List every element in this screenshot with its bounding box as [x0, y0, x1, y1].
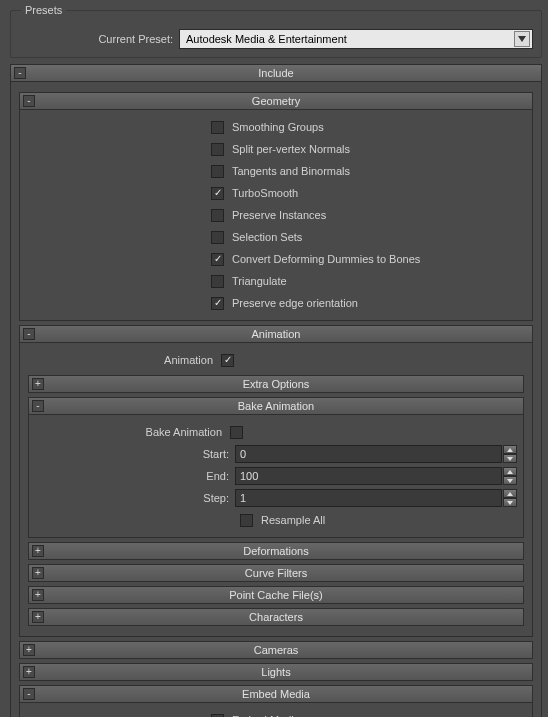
- include-title: Include: [11, 67, 541, 79]
- minus-icon: -: [23, 688, 35, 700]
- bake-enable-label: Bake Animation: [35, 426, 230, 438]
- minus-icon: -: [32, 400, 44, 412]
- plus-icon: +: [32, 545, 44, 557]
- plus-icon: +: [32, 589, 44, 601]
- plus-icon: +: [32, 378, 44, 390]
- presets-fieldset: Presets Current Preset: Autodesk Media &…: [10, 10, 542, 58]
- geometry-checkbox[interactable]: [211, 253, 224, 266]
- geometry-option: Smoothing Groups: [26, 116, 526, 138]
- start-label: Start:: [35, 448, 235, 460]
- geometry-option: Split per-vertex Normals: [26, 138, 526, 160]
- geometry-label: TurboSmooth: [232, 187, 298, 199]
- plus-icon: +: [32, 611, 44, 623]
- embed-media-header[interactable]: - Embed Media: [19, 685, 533, 703]
- plus-icon: +: [23, 666, 35, 678]
- deformations-rollout: + Deformations: [28, 542, 524, 560]
- svg-marker-2: [507, 457, 513, 461]
- extra-options-title: Extra Options: [29, 378, 523, 390]
- lights-rollout: + Lights: [19, 663, 533, 681]
- geometry-checkbox[interactable]: [211, 121, 224, 134]
- current-preset-label: Current Preset:: [19, 33, 179, 45]
- chevron-up-icon: [503, 467, 517, 476]
- presets-legend: Presets: [21, 4, 66, 16]
- current-preset-value: Autodesk Media & Entertainment: [186, 33, 347, 45]
- step-spinner[interactable]: [503, 489, 517, 507]
- geometry-option: Preserve Instances: [26, 204, 526, 226]
- geometry-label: Preserve edge orientation: [232, 297, 358, 309]
- chevron-up-icon: [503, 445, 517, 454]
- geometry-label: Selection Sets: [232, 231, 302, 243]
- start-spinner[interactable]: [503, 445, 517, 463]
- geometry-label: Split per-vertex Normals: [232, 143, 350, 155]
- characters-rollout: + Characters: [28, 608, 524, 626]
- geometry-option: Triangulate: [26, 270, 526, 292]
- point-cache-title: Point Cache File(s): [29, 589, 523, 601]
- geometry-label: Triangulate: [232, 275, 287, 287]
- plus-icon: +: [23, 644, 35, 656]
- geometry-label: Convert Deforming Dummies to Bones: [232, 253, 420, 265]
- embed-media-rollout: - Embed Media Embed Media: [19, 685, 533, 717]
- geometry-label: Tangents and Binormals: [232, 165, 350, 177]
- end-input[interactable]: 100: [235, 467, 502, 485]
- minus-icon: -: [23, 95, 35, 107]
- resample-label: Resample All: [261, 514, 325, 526]
- geometry-option: Selection Sets: [26, 226, 526, 248]
- geometry-option: Tangents and Binormals: [26, 160, 526, 182]
- svg-marker-5: [507, 492, 513, 496]
- minus-icon: -: [14, 67, 26, 79]
- svg-marker-4: [507, 479, 513, 483]
- animation-enable-label: Animation: [26, 354, 221, 366]
- chevron-down-icon: [514, 31, 530, 47]
- cameras-header[interactable]: + Cameras: [19, 641, 533, 659]
- characters-title: Characters: [29, 611, 523, 623]
- point-cache-header[interactable]: + Point Cache File(s): [28, 586, 524, 604]
- animation-title: Animation: [20, 328, 532, 340]
- characters-header[interactable]: + Characters: [28, 608, 524, 626]
- extra-options-header[interactable]: + Extra Options: [28, 375, 524, 393]
- end-spinner[interactable]: [503, 467, 517, 485]
- step-input[interactable]: 1: [235, 489, 502, 507]
- curve-filters-title: Curve Filters: [29, 567, 523, 579]
- lights-title: Lights: [20, 666, 532, 678]
- chevron-down-icon: [503, 454, 517, 463]
- extra-options-rollout: + Extra Options: [28, 375, 524, 393]
- bake-animation-title: Bake Animation: [29, 400, 523, 412]
- current-preset-dropdown[interactable]: Autodesk Media & Entertainment: [179, 29, 533, 49]
- curve-filters-header[interactable]: + Curve Filters: [28, 564, 524, 582]
- bake-animation-rollout: - Bake Animation Bake Animation Start: 0: [28, 397, 524, 538]
- svg-marker-1: [507, 448, 513, 452]
- lights-header[interactable]: + Lights: [19, 663, 533, 681]
- embed-media-checkbox[interactable]: [211, 714, 224, 718]
- geometry-label: Smoothing Groups: [232, 121, 324, 133]
- plus-icon: +: [32, 567, 44, 579]
- curve-filters-rollout: + Curve Filters: [28, 564, 524, 582]
- geometry-checkbox[interactable]: [211, 275, 224, 288]
- point-cache-rollout: + Point Cache File(s): [28, 586, 524, 604]
- geometry-option: Preserve edge orientation: [26, 292, 526, 314]
- animation-header[interactable]: - Animation: [19, 325, 533, 343]
- geometry-checkbox[interactable]: [211, 231, 224, 244]
- bake-animation-checkbox[interactable]: [230, 426, 243, 439]
- geometry-title: Geometry: [20, 95, 532, 107]
- step-label: Step:: [35, 492, 235, 504]
- svg-marker-3: [507, 470, 513, 474]
- bake-animation-header[interactable]: - Bake Animation: [28, 397, 524, 415]
- geometry-checkbox[interactable]: [211, 209, 224, 222]
- animation-checkbox[interactable]: [221, 354, 234, 367]
- chevron-up-icon: [503, 489, 517, 498]
- animation-rollout: - Animation Animation + Extra Options: [19, 325, 533, 637]
- geometry-checkbox[interactable]: [211, 165, 224, 178]
- geometry-option: TurboSmooth: [26, 182, 526, 204]
- resample-checkbox[interactable]: [240, 514, 253, 527]
- geometry-checkbox[interactable]: [211, 187, 224, 200]
- deformations-header[interactable]: + Deformations: [28, 542, 524, 560]
- geometry-checkbox[interactable]: [211, 297, 224, 310]
- geometry-checkbox[interactable]: [211, 143, 224, 156]
- geometry-label: Preserve Instances: [232, 209, 326, 221]
- cameras-rollout: + Cameras: [19, 641, 533, 659]
- include-header[interactable]: - Include: [10, 64, 542, 82]
- embed-media-title: Embed Media: [20, 688, 532, 700]
- start-input[interactable]: 0: [235, 445, 502, 463]
- geometry-header[interactable]: - Geometry: [19, 92, 533, 110]
- minus-icon: -: [23, 328, 35, 340]
